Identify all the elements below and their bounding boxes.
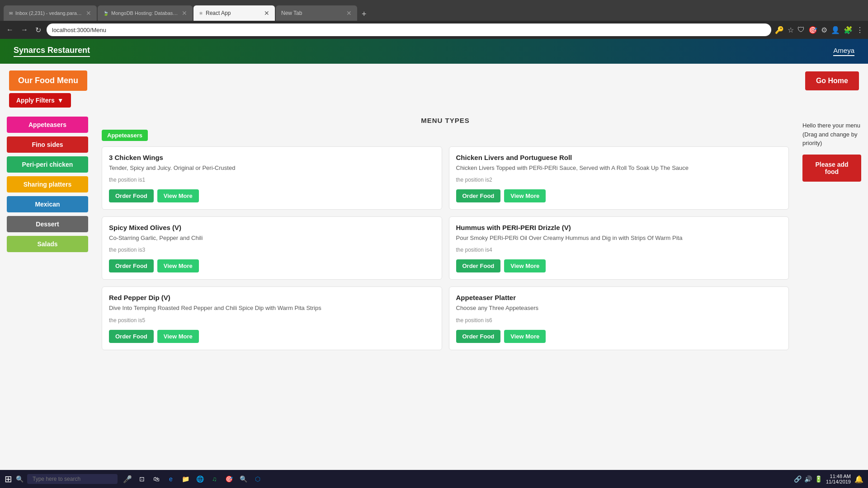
address-url: localhost:3000/Menu — [52, 27, 106, 33]
sidebar-dessert[interactable]: Dessert — [7, 216, 88, 232]
react-favicon: ⚛ — [199, 11, 203, 16]
food-card-6-position: the position is6 — [456, 317, 782, 324]
battery-icon: 🔋 — [815, 475, 822, 483]
apply-filters-label: Apply Filters — [16, 97, 55, 104]
active-filter-label: Appeteasers — [102, 130, 148, 141]
search-icon: 🔍 — [16, 475, 24, 483]
mongodb-favicon: 🍃 — [103, 11, 108, 16]
browser-tabs: ✉ Inbox (2,231) - vedang.parasnis@... ✕ … — [4, 0, 370, 21]
order-food-btn-5[interactable]: Order Food — [109, 330, 154, 343]
volume-icon: 🔊 — [804, 475, 812, 483]
star-icon[interactable]: ☆ — [788, 26, 794, 34]
taskbar-store-icon[interactable]: 🛍 — [150, 473, 163, 485]
food-card-6-desc: Choose any Three Appeteasers — [456, 304, 782, 312]
view-more-btn-1[interactable]: View More — [157, 189, 199, 202]
food-card-3-desc: Co-Starring Garlic, Pepper and Chili — [109, 234, 435, 242]
order-food-btn-3[interactable]: Order Food — [109, 259, 154, 272]
order-food-btn-2[interactable]: Order Food — [456, 189, 501, 202]
food-card-4-title: Hummus with PERI-PERI Drizzle (V) — [456, 224, 782, 231]
view-more-btn-2[interactable]: View More — [504, 189, 546, 202]
taskbar-date-display: 11/14/2019 — [826, 479, 851, 484]
food-card-5: Red Pepper Dip (V) Dive Into Temping Roa… — [102, 286, 442, 350]
view-more-btn-5[interactable]: View More — [157, 330, 199, 343]
tab-email-label: Inbox (2,231) - vedang.parasnis@... — [15, 10, 83, 16]
please-add-food-button[interactable]: Please add food — [802, 155, 861, 182]
start-button[interactable]: ⊞ — [5, 474, 12, 484]
top-header: Our Food Menu Go Home — [0, 64, 868, 93]
tab-react-label: React App — [206, 10, 231, 16]
filter-icon: ▼ — [57, 97, 64, 104]
taskbar-explorer-icon[interactable]: 📁 — [179, 473, 192, 485]
tab-newtab-label: New Tab — [281, 10, 302, 16]
tab-react-close[interactable]: ✕ — [264, 9, 269, 17]
food-card-6-actions: Order Food View More — [456, 330, 782, 343]
taskbar: ⊞ 🔍 🎤 ⊡ 🛍 e 📁 🌐 ♫ 🎯 🔍 ⬡ 🔗 🔊 🔋 11:48 AM 1… — [0, 470, 868, 488]
active-filter-badge: Appeteasers — [102, 130, 789, 146]
navbar-brand: Synarcs Restaurent — [14, 46, 90, 57]
taskbar-vscode-icon[interactable]: ⬡ — [251, 473, 264, 485]
tab-mongodb-label: MongoDB Hosting: Database-as-... — [111, 10, 179, 16]
ext-icon3: ⚙ — [821, 26, 827, 34]
taskbar-search-input[interactable] — [27, 474, 118, 484]
address-bar[interactable]: localhost:3000/Menu — [47, 23, 771, 36]
tab-mongodb-close[interactable]: ✕ — [182, 9, 187, 17]
food-card-1: 3 Chicken Wings Tender, Spicy and Juicy.… — [102, 146, 442, 210]
food-card-2-position: the position is2 — [456, 177, 782, 183]
view-more-btn-4[interactable]: View More — [504, 259, 546, 272]
back-button[interactable]: ← — [5, 24, 15, 36]
center-panel: MENU TYPES Appeteasers 3 Chicken Wings T… — [95, 112, 796, 355]
apply-filters-button[interactable]: Apply Filters ▼ — [9, 93, 71, 108]
taskbar-taskview-icon[interactable]: ⊡ — [136, 473, 148, 485]
food-card-3-actions: Order Food View More — [109, 259, 435, 272]
mic-icon: 🎤 — [123, 475, 132, 483]
taskbar-spotify-icon[interactable]: ♫ — [208, 473, 221, 485]
sidebar-peri-peri[interactable]: Peri-peri chicken — [7, 156, 88, 173]
notification-icon[interactable]: 🔔 — [854, 475, 863, 483]
order-food-btn-6[interactable]: Order Food — [456, 330, 501, 343]
menu-dots-icon[interactable]: ⋮ — [856, 26, 863, 34]
food-card-2-desc: Chicken Livers Topped with PERi-PERi Sau… — [456, 164, 782, 172]
tab-newtab-close[interactable]: ✕ — [346, 9, 352, 17]
order-food-btn-4[interactable]: Order Food — [456, 259, 501, 272]
profile-icon: 👤 — [831, 26, 840, 34]
order-food-btn-1[interactable]: Order Food — [109, 189, 154, 202]
page-title-button[interactable]: Our Food Menu — [9, 70, 87, 91]
page-content: Our Food Menu Go Home Apply Filters ▼ Ap… — [0, 64, 868, 488]
view-more-btn-6[interactable]: View More — [504, 330, 546, 343]
sidebar-mexican[interactable]: Mexican — [7, 196, 88, 212]
sidebar-sharing-platters[interactable]: Sharing platters — [7, 176, 88, 192]
sidebar-appeteasers[interactable]: Appeteasers — [7, 117, 88, 133]
food-card-6: Appeteaser Platter Choose any Three Appe… — [449, 286, 789, 350]
taskbar-edge-icon[interactable]: e — [165, 473, 177, 485]
food-card-1-position: the position is1 — [109, 177, 435, 183]
taskbar-app-icons: ⊡ 🛍 e 📁 🌐 ♫ 🎯 🔍 ⬡ — [136, 473, 264, 485]
food-card-4: Hummus with PERI-PERI Drizzle (V) Pour S… — [449, 216, 789, 280]
taskbar-app-icon5[interactable]: 🎯 — [222, 473, 235, 485]
sidebar-fino-sides[interactable]: Fino sides — [7, 136, 88, 153]
tab-email-close[interactable]: ✕ — [86, 9, 91, 17]
sidebar-salads[interactable]: Salads — [7, 236, 88, 252]
new-tab-button[interactable]: + — [358, 8, 370, 21]
tab-email[interactable]: ✉ Inbox (2,231) - vedang.parasnis@... ✕ — [4, 5, 97, 21]
right-panel: Hello there your menu (Drag and change b… — [796, 112, 868, 355]
tab-newtab[interactable]: New Tab ✕ — [276, 5, 357, 21]
food-card-1-actions: Order Food View More — [109, 189, 435, 202]
food-card-1-desc: Tender, Spicy and Juicy. Original or Per… — [109, 164, 435, 172]
taskbar-time-display: 11:48 AM — [826, 474, 851, 479]
food-card-2-actions: Order Food View More — [456, 189, 782, 202]
go-home-button[interactable]: Go Home — [805, 71, 859, 90]
taskbar-app-icon6[interactable]: 🔍 — [237, 473, 250, 485]
tab-mongodb[interactable]: 🍃 MongoDB Hosting: Database-as-... ✕ — [98, 5, 193, 21]
food-card-4-position: the position is4 — [456, 247, 782, 253]
food-card-6-title: Appeteaser Platter — [456, 294, 782, 301]
reload-button[interactable]: ↻ — [33, 24, 43, 36]
tab-react[interactable]: ⚛ React App ✕ — [193, 5, 275, 21]
taskbar-system-icons: 🔗 🔊 🔋 — [794, 475, 822, 483]
ext-icon1: 🛡 — [797, 26, 805, 34]
food-card-4-actions: Order Food View More — [456, 259, 782, 272]
view-more-btn-3[interactable]: View More — [157, 259, 199, 272]
forward-button[interactable]: → — [19, 24, 30, 36]
taskbar-chrome-icon[interactable]: 🌐 — [193, 473, 206, 485]
food-card-5-position: the position is5 — [109, 317, 435, 324]
food-card-2-title: Chicken Livers and Portuguese Roll — [456, 154, 782, 161]
